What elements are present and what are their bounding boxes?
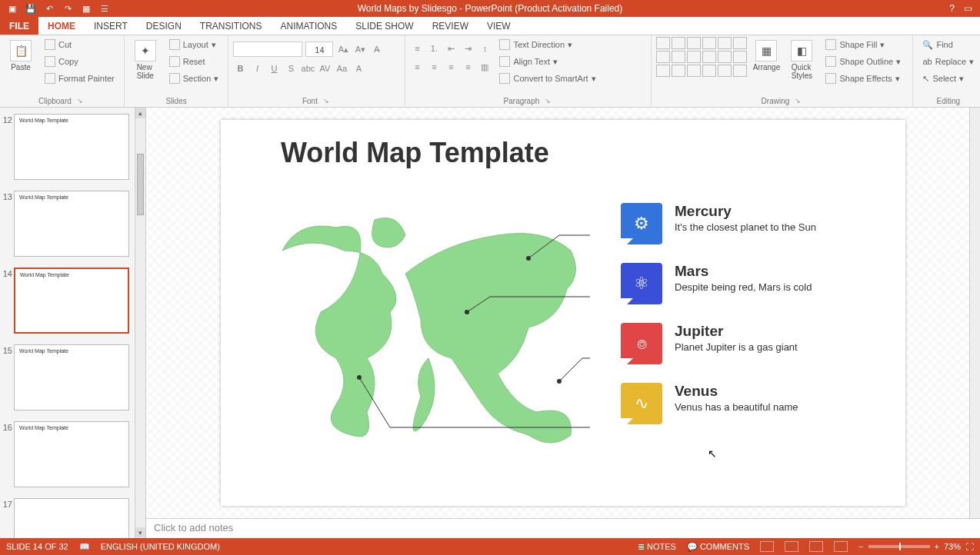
format-painter-button[interactable]: Format Painter [40,71,119,86]
slide-title[interactable]: World Map Template [281,137,549,169]
tab-transitions[interactable]: TRANSITIONS [191,17,272,35]
thumb-slide-13[interactable]: World Map Template [14,191,129,257]
reading-view-icon[interactable] [809,541,823,552]
callout-mars[interactable]: ⚛ MarsDespite being red, Mars is cold [621,263,867,304]
shape-outline-icon [825,56,836,67]
scroll-down-icon[interactable]: ▾ [135,527,145,538]
zoom-in-icon[interactable]: + [935,542,939,551]
clipboard-launcher[interactable]: ↘ [75,97,85,105]
callout-mercury[interactable]: ⚙ MercuryIt's the closest planet to the … [621,203,867,244]
comments-toggle[interactable]: 💬 COMMENTS [687,542,749,552]
slide-area[interactable]: World Map Template [146,108,980,518]
tab-home[interactable]: HOME [38,17,85,35]
decrease-indent-icon[interactable]: ⇤ [444,42,458,55]
font-family-select[interactable] [233,42,302,57]
line-spacing-icon[interactable]: ↕ [478,42,492,55]
text-direction-button[interactable]: Text Direction ▾ [495,37,600,52]
thumb-slide-16[interactable]: World Map Template [14,421,129,487]
numbering-icon[interactable]: 1. [427,42,441,55]
paste-button[interactable]: 📋 Paste [5,37,37,71]
scroll-thumb[interactable] [137,154,144,215]
touch-mode-icon[interactable]: ☰ [98,2,111,15]
font-color-icon[interactable]: A [352,61,365,75]
tab-slideshow[interactable]: SLIDE SHOW [346,17,422,35]
thumb-slide-14[interactable]: World Map Template [14,268,129,334]
callout-title: Mars [675,263,812,280]
thumb-slide-15[interactable]: World Map Template [14,344,129,410]
italic-icon[interactable]: I [250,61,264,75]
quick-styles-button[interactable]: ◧Quick Styles [785,37,818,80]
save-icon[interactable]: 💾 [25,2,37,15]
columns-icon[interactable]: ▥ [478,60,492,74]
scroll-up-icon[interactable]: ▴ [135,108,145,118]
callout-jupiter[interactable]: ⌾ JupiterPlanet Jupiter is a gas giant [621,323,867,364]
slideshow-view-icon[interactable] [834,541,848,552]
help-icon[interactable]: ? [949,3,955,14]
align-text-button[interactable]: Align Text ▾ [495,54,600,69]
find-button[interactable]: 🔍Find [918,37,978,52]
paragraph-launcher[interactable]: ↘ [542,97,553,105]
align-left-icon[interactable]: ≡ [410,60,424,74]
justify-icon[interactable]: ≡ [461,60,475,74]
canvas-scrollbar[interactable] [969,108,980,518]
cut-button[interactable]: Cut [40,37,119,52]
tab-insert[interactable]: INSERT [85,17,137,35]
convert-smartart-button[interactable]: Convert to SmartArt ▾ [495,71,600,86]
clear-formatting-icon[interactable]: A̶ [370,42,384,56]
reset-button[interactable]: Reset [165,54,224,69]
font-launcher[interactable]: ↘ [321,97,332,105]
zoom-control[interactable]: − + 73% ⛶ [858,542,974,551]
shadow-icon[interactable]: S [284,61,298,75]
sorter-view-icon[interactable] [785,541,798,552]
shape-fill-button[interactable]: Shape Fill ▾ [821,37,905,52]
notes-pane[interactable]: Click to add notes [146,518,980,538]
bullets-icon[interactable]: ≡ [410,42,424,55]
drawing-launcher[interactable]: ↘ [792,97,803,105]
zoom-out-icon[interactable]: − [858,542,863,551]
redo-icon[interactable]: ↷ [62,2,74,15]
current-slide[interactable]: World Map Template [221,120,905,506]
copy-button[interactable]: Copy [40,54,119,69]
underline-icon[interactable]: U [267,61,281,75]
font-size-select[interactable]: 14 [305,42,333,57]
thumb-slide-17[interactable] [14,498,129,538]
language-indicator[interactable]: ENGLISH (UNITED KINGDOM) [101,542,220,551]
select-button[interactable]: ↖Select ▾ [918,71,978,86]
zoom-level[interactable]: 73% [944,542,961,551]
change-case-icon[interactable]: Aa [335,61,348,75]
shape-outline-button[interactable]: Shape Outline ▾ [821,54,905,69]
tab-review[interactable]: REVIEW [423,17,478,35]
world-map-graphic[interactable] [267,204,590,458]
undo-icon[interactable]: ↶ [43,2,55,15]
arrange-button[interactable]: ▦Arrange [750,37,782,71]
strike-icon[interactable]: abc [301,61,315,75]
shapes-gallery[interactable] [656,37,747,77]
slide-counter[interactable]: SLIDE 14 OF 32 [6,542,68,551]
tab-animations[interactable]: ANIMATIONS [271,17,346,35]
fit-to-window-icon[interactable]: ⛶ [965,542,974,551]
tab-view[interactable]: VIEW [478,17,520,35]
spellcheck-icon[interactable]: 📖 [79,542,90,552]
replace-button[interactable]: abReplace ▾ [918,54,978,69]
new-slide-button[interactable]: ✦ New Slide [129,37,162,80]
notes-toggle[interactable]: ≣ NOTES [638,542,676,552]
tab-design[interactable]: DESIGN [137,17,191,35]
layout-button[interactable]: Layout ▾ [165,37,224,52]
tab-file[interactable]: FILE [0,17,38,35]
increase-font-icon[interactable]: A▴ [336,42,350,56]
normal-view-icon[interactable] [760,541,774,552]
zoom-slider[interactable] [868,545,930,548]
align-center-icon[interactable]: ≡ [427,60,441,74]
thumbnails-scrollbar[interactable]: ▴ ▾ [135,108,145,538]
char-spacing-icon[interactable]: AV [318,61,332,75]
thumb-slide-12[interactable]: World Map Template [14,114,129,180]
align-right-icon[interactable]: ≡ [444,60,458,74]
decrease-font-icon[interactable]: A▾ [353,42,367,56]
bold-icon[interactable]: B [233,61,247,75]
shape-effects-button[interactable]: Shape Effects ▾ [821,71,905,86]
section-button[interactable]: Section ▾ [165,71,224,86]
increase-indent-icon[interactable]: ⇥ [461,42,475,55]
start-from-beginning-icon[interactable]: ▦ [80,2,92,15]
callout-venus[interactable]: ∿ VenusVenus has a beautiful name [621,383,867,424]
ribbon-options-icon[interactable]: ▭ [964,3,972,14]
